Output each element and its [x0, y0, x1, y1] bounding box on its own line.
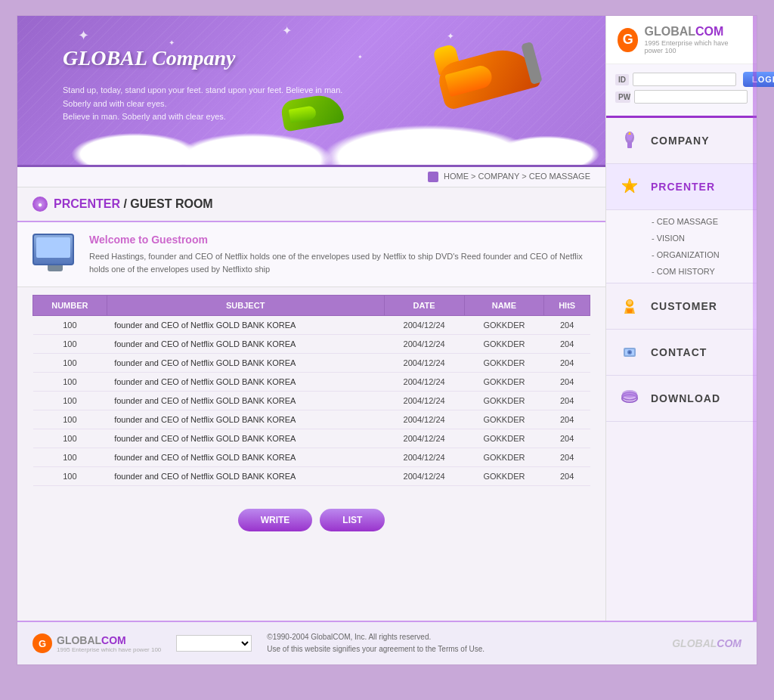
content-area: ✦ ✦ ✦ ✦ ✦ GLOBAL Company Stand up, today…	[17, 16, 605, 621]
login-button[interactable]: LOGIN	[743, 72, 774, 87]
cell-date: 2004/12/24	[384, 429, 464, 448]
cell-date: 2004/12/24	[384, 448, 464, 467]
cell-name: GOKKDER	[464, 392, 544, 410]
cell-subject: founder and CEO of Netflix GOLD BANK KOR…	[107, 335, 384, 354]
download-icon	[618, 386, 642, 410]
table-row[interactable]: 100 founder and CEO of Netflix GOLD BANK…	[33, 354, 590, 373]
submenu-item-history[interactable]: - COM HISTORY	[606, 263, 757, 280]
id-label: ID	[615, 74, 629, 85]
customer-label: CUSTOMER	[651, 300, 717, 312]
data-table: NUMBER SUBJECT DATE NAME HItS 100 founde…	[33, 295, 590, 486]
cell-number: 100	[33, 335, 107, 354]
pw-input[interactable]	[634, 90, 748, 104]
banner-title: GLOBAL Company	[63, 46, 235, 70]
cell-hits: 204	[544, 354, 590, 373]
svg-point-18	[622, 390, 637, 398]
table-row[interactable]: 100 founder and CEO of Netflix GOLD BANK…	[33, 467, 590, 486]
cell-subject: founder and CEO of Netflix GOLD BANK KOR…	[107, 429, 384, 448]
col-number: NUMBER	[33, 296, 107, 316]
sidebar-item-contact[interactable]: CONTACT	[606, 330, 757, 376]
cell-name: GOKKDER	[464, 429, 544, 448]
cell-name: GOKKDER	[464, 373, 544, 392]
cell-number: 100	[33, 410, 107, 429]
welcome-text: Welcome to Guestroom Reed Hastings, foun…	[89, 234, 590, 275]
write-button[interactable]: WRITE	[238, 509, 313, 531]
table-row[interactable]: 100 founder and CEO of Netflix GOLD BANK…	[33, 429, 590, 448]
footer-logo-text: GLOBALCOM	[57, 634, 161, 646]
cell-name: GOKKDER	[464, 448, 544, 467]
cell-subject: founder and CEO of Netflix GOLD BANK KOR…	[107, 354, 384, 373]
table-row[interactable]: 100 founder and CEO of Netflix GOLD BANK…	[33, 392, 590, 410]
sidebar-item-company[interactable]: COMPANY	[606, 118, 757, 164]
submenu: - CEO MASSAGE - VISION - ORGANIZATION - …	[606, 210, 757, 283]
page-title-bar: ● PRCENTER / GUEST ROOM	[17, 187, 605, 222]
cell-date: 2004/12/24	[384, 373, 464, 392]
main-container: ✦ ✦ ✦ ✦ ✦ GLOBAL Company Stand up, today…	[17, 16, 757, 621]
table-row[interactable]: 100 founder and CEO of Netflix GOLD BANK…	[33, 335, 590, 354]
cell-name: GOKKDER	[464, 316, 544, 335]
col-subject: SUBJECT	[107, 296, 384, 316]
download-label: DOWNLOAD	[651, 392, 720, 404]
main-wrapper: ✦ ✦ ✦ ✦ ✦ GLOBAL Company Stand up, today…	[17, 15, 757, 665]
cell-date: 2004/12/24	[384, 354, 464, 373]
footer-logo: G GLOBALCOM 1995 Enterprise which have p…	[33, 633, 161, 653]
home-icon	[428, 172, 438, 182]
sidebar-nav: COMPANY PRCENTER - CEO MASSAGE - VIS	[606, 118, 757, 422]
airplane-body	[424, 39, 545, 122]
sidebar-item-prcenter[interactable]: PRCENTER	[606, 164, 757, 210]
cell-hits: 204	[544, 316, 590, 335]
breadcrumb: HOME > COMPANY > CEO MASSAGE	[17, 167, 605, 187]
sidebar-accent	[753, 16, 757, 621]
sidebar-item-download[interactable]: DOWNLOAD	[606, 376, 757, 422]
cell-hits: 204	[544, 467, 590, 486]
logo-tagline: 1995 Enterprise which have power 100	[644, 39, 745, 54]
id-field: ID LOGIN	[615, 72, 748, 87]
table-row[interactable]: 100 founder and CEO of Netflix GOLD BANK…	[33, 448, 590, 467]
cell-subject: founder and CEO of Netflix GOLD BANK KOR…	[107, 448, 384, 467]
footer-logo-g: G	[33, 633, 52, 653]
table-row[interactable]: 100 founder and CEO of Netflix GOLD BANK…	[33, 316, 590, 335]
cell-name: GOKKDER	[464, 410, 544, 429]
submenu-item-vision[interactable]: - VISION	[606, 230, 757, 246]
table-body: 100 founder and CEO of Netflix GOLD BANK…	[33, 316, 590, 486]
svg-point-13	[629, 352, 631, 354]
pw-label: PW	[615, 91, 630, 103]
cell-subject: founder and CEO of Netflix GOLD BANK KOR…	[107, 467, 384, 486]
svg-point-5	[627, 184, 633, 190]
submenu-item-organization[interactable]: - ORGANIZATION	[606, 246, 757, 263]
sidebar-logo: G GLOBALCOM 1995 Enterprise which have p…	[606, 16, 757, 64]
cell-number: 100	[33, 316, 107, 335]
col-date: DATE	[384, 296, 464, 316]
pw-field: PW	[615, 90, 748, 104]
cell-number: 100	[33, 373, 107, 392]
cell-number: 100	[33, 429, 107, 448]
cell-subject: founder and CEO of Netflix GOLD BANK KOR…	[107, 373, 384, 392]
star-icon: ✦	[358, 54, 363, 60]
svg-point-7	[627, 300, 632, 305]
cell-date: 2004/12/24	[384, 410, 464, 429]
sidebar-item-customer[interactable]: CUSTOMER	[606, 283, 757, 330]
cell-subject: founder and CEO of Netflix GOLD BANK KOR…	[107, 410, 384, 429]
button-bar: WRITE LIST	[17, 494, 605, 547]
submenu-item-ceo[interactable]: - CEO MASSAGE	[606, 213, 757, 230]
cell-name: GOKKDER	[464, 335, 544, 354]
cell-date: 2004/12/24	[384, 316, 464, 335]
page-title-icon: ●	[33, 197, 48, 212]
star-icon: ✦	[78, 27, 89, 44]
footer-select[interactable]	[176, 635, 252, 652]
cell-name: GOKKDER	[464, 354, 544, 373]
cell-date: 2004/12/24	[384, 467, 464, 486]
cell-name: GOKKDER	[464, 467, 544, 486]
table-row[interactable]: 100 founder and CEO of Netflix GOLD BANK…	[33, 410, 590, 429]
welcome-body: Reed Hastings, founder and CEO of Netfli…	[89, 250, 590, 275]
contact-label: CONTACT	[651, 346, 707, 358]
id-input[interactable]	[633, 73, 736, 86]
contact-icon	[618, 340, 642, 364]
prcenter-icon	[618, 175, 642, 199]
customer-icon	[618, 294, 642, 318]
cell-hits: 204	[544, 392, 590, 410]
sidebar: G GLOBALCOM 1995 Enterprise which have p…	[605, 16, 757, 621]
table-row[interactable]: 100 founder and CEO of Netflix GOLD BANK…	[33, 373, 590, 392]
list-button[interactable]: LIST	[320, 509, 385, 531]
prcenter-label: PRCENTER	[651, 181, 715, 193]
